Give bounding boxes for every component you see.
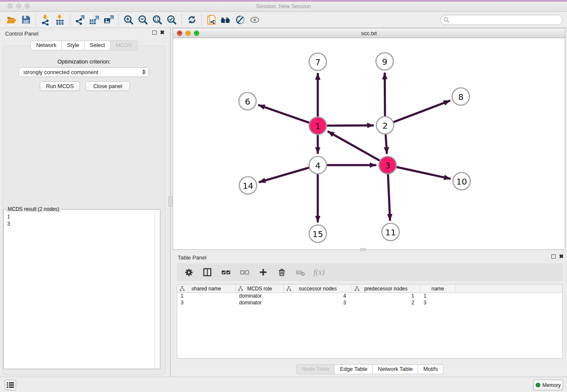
add-column-button[interactable] <box>257 266 269 278</box>
main-toolbar <box>0 12 567 28</box>
show-panel-button[interactable] <box>248 13 262 27</box>
tab-style[interactable]: Style <box>62 41 85 50</box>
vertical-splitter[interactable] <box>168 28 173 377</box>
graph-node-9[interactable]: 9 <box>376 53 394 70</box>
home-icon <box>220 14 232 25</box>
network-from-document-button[interactable] <box>204 13 219 27</box>
search-icon <box>443 17 449 23</box>
tab-network-table[interactable]: Network Table <box>373 364 418 374</box>
edge-2-8[interactable] <box>394 100 450 122</box>
svg-text:1: 1 <box>315 121 321 131</box>
tab-network[interactable]: Network <box>30 41 62 50</box>
open-session-button[interactable] <box>4 13 19 27</box>
zoom-in-button[interactable] <box>121 13 136 27</box>
task-history-button[interactable] <box>5 380 16 390</box>
run-mcds-button[interactable]: Run MCDS <box>40 81 80 91</box>
table-cell[interactable]: 3 <box>420 300 456 306</box>
memory-button[interactable]: Memory <box>533 380 563 390</box>
open-folder-icon <box>6 14 17 25</box>
table-cell[interactable]: 1 <box>352 293 420 300</box>
edge-3-10[interactable] <box>396 167 451 179</box>
graph-node-1[interactable]: 1 <box>309 117 327 135</box>
deselect-all-checkboxes-button[interactable] <box>239 266 250 278</box>
refresh-icon <box>187 14 197 25</box>
tab-mcds[interactable]: MCDS <box>110 41 137 50</box>
tab-edge-table[interactable]: Edge Table <box>335 364 373 374</box>
graph-node-10[interactable]: 10 <box>453 173 471 190</box>
delete-table-button[interactable] <box>295 266 306 278</box>
vertical-splitter-handle[interactable] <box>168 196 172 207</box>
graph-node-14[interactable]: 14 <box>239 177 257 194</box>
table-row[interactable]: 3dominator323 <box>177 300 562 306</box>
function-builder-button[interactable]: f(x) <box>313 266 325 278</box>
table-cell[interactable]: 4 <box>284 293 352 300</box>
zoom-selected-button[interactable] <box>165 13 179 27</box>
export-image-button[interactable] <box>102 13 116 27</box>
table-panel-float-icon[interactable] <box>551 254 556 259</box>
column-header-name[interactable]: name <box>420 284 456 293</box>
delete-column-button[interactable] <box>276 266 288 278</box>
table-cell[interactable]: 1 <box>420 293 456 300</box>
sort-tree-icon <box>180 286 184 291</box>
network-canvas[interactable]: 7968124314101511 <box>173 38 565 250</box>
plus-icon <box>259 268 268 277</box>
home-view-button[interactable] <box>219 13 233 27</box>
table-row[interactable]: 1dominator411 <box>177 293 562 300</box>
control-panel-float-icon[interactable] <box>152 30 157 35</box>
graph-node-8[interactable]: 8 <box>452 88 470 105</box>
table-cell[interactable]: 2 <box>352 300 420 306</box>
select-all-checkboxes-button[interactable] <box>220 266 232 278</box>
search-input[interactable] <box>451 16 562 24</box>
edge-3-1[interactable] <box>328 131 380 160</box>
column-layout-button[interactable] <box>201 266 213 278</box>
edge-2-3[interactable] <box>385 134 387 154</box>
node-table[interactable]: shared nameMCDS rolesuccessor nodesprede… <box>177 284 563 359</box>
graph-node-15[interactable]: 15 <box>309 225 327 243</box>
graph-node-7[interactable]: 7 <box>309 53 327 71</box>
zoom-out-icon <box>138 14 149 25</box>
save-session-button[interactable] <box>19 13 33 27</box>
export-table-button[interactable] <box>87 13 102 27</box>
column-header-predecessor-nodes[interactable]: predecessor nodes <box>352 284 420 293</box>
graph-node-2[interactable]: 2 <box>377 117 394 134</box>
search-box[interactable] <box>440 15 563 25</box>
horizontal-splitter-handle[interactable] <box>361 248 366 251</box>
close-panel-button[interactable]: Close panel <box>85 81 130 91</box>
table-panel-close-icon[interactable]: ✖ <box>559 254 564 259</box>
table-cell[interactable]: 3 <box>284 300 352 306</box>
column-header-successor-nodes[interactable]: successor nodes <box>284 284 352 293</box>
column-header-shared-name[interactable]: shared name <box>177 284 236 293</box>
table-cell[interactable]: 1 <box>177 293 236 300</box>
tab-select[interactable]: Select <box>85 41 110 50</box>
table-cell[interactable]: 3 <box>177 300 236 306</box>
memory-label: Memory <box>542 382 561 388</box>
zoom-fit-button[interactable] <box>150 13 165 27</box>
edge-1-2[interactable] <box>327 125 374 126</box>
column-header-MCDS-role[interactable]: MCDS role <box>236 284 284 293</box>
edge-3-11[interactable] <box>388 174 390 221</box>
toolbar-separator <box>182 14 182 26</box>
zoom-out-button[interactable] <box>136 13 150 27</box>
export-network-button[interactable] <box>73 13 87 27</box>
edge-4-14[interactable] <box>259 168 309 182</box>
control-panel-close-icon[interactable]: ✖ <box>160 30 165 35</box>
network-graph[interactable]: 7968124314101511 <box>173 38 565 249</box>
tab-node-table[interactable]: Node Table <box>296 364 335 374</box>
import-table-button[interactable] <box>53 13 67 27</box>
graph-node-3[interactable]: 3 <box>379 157 396 174</box>
edge-1-6[interactable] <box>258 105 309 123</box>
table-settings-button[interactable] <box>183 266 195 278</box>
hide-panel-button[interactable] <box>233 13 248 27</box>
refresh-button[interactable] <box>184 13 199 27</box>
table-cell[interactable]: dominator <box>236 300 284 306</box>
mcds-result-scrollbar[interactable] <box>154 210 160 368</box>
graph-node-6[interactable]: 6 <box>239 93 256 110</box>
sort-tree-icon <box>355 286 359 291</box>
graph-node-4[interactable]: 4 <box>309 157 327 174</box>
tab-motifs[interactable]: Motifs <box>418 364 443 374</box>
graph-node-11[interactable]: 11 <box>382 224 399 241</box>
edge-2-9[interactable] <box>385 72 385 116</box>
optimization-criterion-select[interactable]: strongly connected component <box>19 67 149 77</box>
table-cell[interactable]: dominator <box>236 293 284 300</box>
import-network-button[interactable] <box>39 13 53 27</box>
